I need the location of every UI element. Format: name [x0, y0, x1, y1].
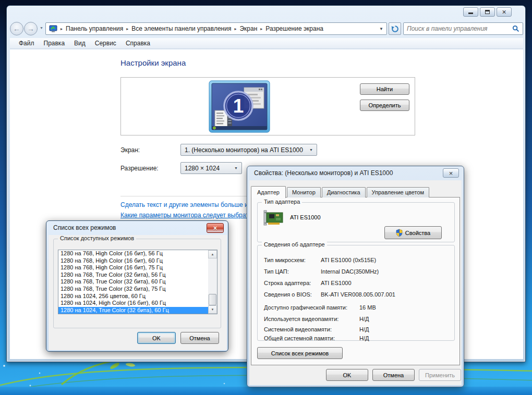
info-label: Общей системной памяти: — [264, 335, 335, 341]
info-row: Сведения о BIOS:BK-ATI VER008.005.007.00… — [264, 291, 451, 298]
list-item[interactable]: 1280 на 768, High Color (16 бит), 75 Гц — [58, 264, 208, 271]
scroll-down-button[interactable]: ▼ — [208, 305, 217, 314]
list-item[interactable]: 1280 на 768, High Color (16 бит), 56 Гц — [58, 250, 208, 257]
info-row: Тип ЦАП:Internal DAC(350MHz) — [264, 268, 451, 275]
nav-history-chevron-icon[interactable]: ▼ — [40, 26, 43, 30]
close-button[interactable]: × — [207, 223, 224, 233]
adapter-tab-page: Тип адаптера ATI ES1000 — [251, 197, 460, 365]
screen-label: Экран: — [120, 146, 140, 154]
identify-button[interactable]: Определить — [360, 100, 409, 111]
adapter-type-group: Тип адаптера ATI ES1000 — [257, 202, 455, 242]
refresh-button[interactable] — [389, 22, 401, 35]
list-item[interactable]: 1280 на 768, True Color (32 бита), 60 Гц — [58, 278, 208, 286]
list-item[interactable]: 1280 на 768, True Color (32 бита), 75 Гц — [58, 286, 208, 293]
monitor-number: 1 — [233, 95, 244, 117]
breadcrumb-screen-resolution[interactable]: Разрешение экрана — [265, 25, 323, 32]
menu-help[interactable]: Справка — [121, 40, 155, 47]
resolution-combobox-value: 1280 × 1024 — [185, 165, 220, 172]
info-value: Н/Д — [359, 316, 369, 322]
info-value: Н/Д — [359, 335, 369, 341]
close-icon: × — [449, 169, 453, 177]
find-button[interactable]: Найти — [360, 83, 409, 95]
minimize-button[interactable] — [463, 7, 478, 17]
screen-combobox[interactable]: 1. (Несколько мониторов) на ATI ES1000 ▼ — [180, 144, 317, 156]
tab-monitor[interactable]: Монитор — [287, 187, 321, 198]
info-row: Тип микросхем:ATI ES1000 (0x515E) — [264, 257, 451, 263]
close-button[interactable]: × — [497, 7, 512, 17]
minimize-icon — [468, 10, 473, 14]
monitor-preview[interactable]: 1 — [209, 80, 270, 133]
info-label: Доступно графической памяти: — [264, 304, 347, 311]
breadcrumb-separator-icon: ▸ — [257, 27, 265, 31]
graphics-card-icon — [263, 209, 286, 228]
dialog-title: Список всех режимов — [53, 224, 116, 231]
address-bar[interactable]: ▸ Панель управления ▸ Все элементы панел… — [45, 22, 387, 35]
close-button[interactable]: × — [443, 168, 459, 178]
scrollbar[interactable]: ▲ ▼ — [208, 250, 217, 314]
info-value: 16 MB — [359, 304, 376, 311]
search-input[interactable] — [407, 25, 512, 32]
all-modes-dialog: Список всех режимов × Список доступных р… — [46, 220, 228, 352]
info-value: ATI ES1000 (0x515E) — [321, 257, 376, 263]
ok-button[interactable]: OK — [326, 369, 368, 381]
group-label: Тип адаптера — [262, 199, 302, 205]
list-item[interactable]: 1280 на 1024, 256 цветов, 60 Гц — [58, 293, 208, 300]
info-row: Системной видеопамяти:Н/Д — [264, 326, 451, 332]
close-icon: × — [502, 8, 506, 16]
adapter-info-group: Сведения об адаптере Тип микросхем:ATI E… — [257, 245, 455, 341]
list-item[interactable]: 1280 на 768, True Color (32 бита), 56 Гц — [58, 271, 208, 279]
resolution-combobox[interactable]: 1280 × 1024 ▼ — [180, 162, 242, 174]
uac-shield-icon — [396, 229, 403, 237]
display-settings-icon — [49, 25, 57, 32]
arrow-up-icon: ▲ — [211, 253, 214, 256]
tab-color-management[interactable]: Управление цветом — [367, 187, 430, 198]
properties-button[interactable]: Свойства — [384, 226, 442, 239]
list-all-modes-button[interactable]: Список всех режимов — [257, 347, 343, 359]
monitor-preview-panel: 1 Найти Определить — [120, 77, 415, 135]
refresh-icon — [391, 25, 399, 33]
info-label: Сведения о BIOS: — [264, 291, 312, 298]
tab-diagnostics[interactable]: Диагностика — [322, 187, 366, 198]
info-label: Тип микросхем: — [264, 257, 306, 263]
adapter-name: ATI ES1000 — [290, 214, 321, 220]
list-item-selected[interactable]: 1280 на 1024, True Color (32 бита), 60 Г… — [58, 307, 208, 314]
close-icon: × — [213, 225, 217, 232]
page-title: Настройки экрана — [120, 58, 186, 67]
menu-file[interactable]: Файл — [14, 40, 39, 47]
link-monitor-settings-help[interactable]: Какие параметры монитора следует выбрать… — [120, 212, 256, 219]
scrollbar-thumb[interactable] — [209, 294, 216, 305]
breadcrumb-separator-icon: ▸ — [123, 27, 131, 31]
breadcrumb-separator-icon: ▸ — [231, 27, 239, 31]
info-value: Н/Д — [359, 326, 369, 332]
back-button[interactable]: ← — [10, 22, 23, 35]
menu-edit[interactable]: Правка — [39, 40, 70, 47]
screen-combobox-value: 1. (Несколько мониторов) на ATI ES1000 — [185, 146, 303, 154]
list-item[interactable]: 1280 на 768, High Color (16 бит), 60 Гц — [58, 257, 208, 265]
maximize-button[interactable] — [480, 7, 495, 17]
cancel-button[interactable]: Отмена — [180, 332, 219, 344]
menu-tools[interactable]: Сервис — [90, 40, 121, 47]
breadcrumb-all-items[interactable]: Все элементы панели управления — [131, 25, 231, 32]
info-label: Строка адаптера: — [264, 280, 311, 286]
breadcrumb-display[interactable]: Экран — [239, 25, 257, 32]
breadcrumb-separator-icon: ▸ — [57, 27, 66, 31]
breadcrumb-control-panel[interactable]: Панель управления — [66, 25, 123, 32]
menu-view[interactable]: Вид — [69, 40, 90, 47]
tab-adapter[interactable]: Адаптер — [251, 186, 286, 198]
info-row: Общей системной памяти:Н/Д — [264, 335, 451, 341]
adapter-properties-dialog: Свойства: (Несколько мониторов) и ATI ES… — [247, 166, 464, 387]
list-item[interactable]: 1280 на 1024, High Color (16 бит), 60 Гц — [58, 300, 208, 307]
info-label: Системной видеопамяти: — [264, 326, 332, 332]
dialog-body: Адаптер Монитор Диагностика Управление ц… — [249, 180, 462, 385]
forward-button[interactable]: → — [24, 22, 38, 35]
ok-button[interactable]: OK — [137, 332, 176, 344]
menu-bar: Файл Правка Вид Сервис Справка — [10, 38, 523, 49]
modes-listbox[interactable]: 1280 на 768, High Color (16 бит), 56 Гц … — [58, 250, 217, 314]
info-row: Строка адаптера:ATI ES1000 — [264, 280, 451, 286]
search-icon[interactable] — [512, 25, 519, 32]
scroll-up-button[interactable]: ▲ — [208, 250, 217, 258]
search-box[interactable] — [403, 22, 523, 35]
cancel-button[interactable]: Отмена — [372, 369, 415, 381]
info-label: Тип ЦАП: — [264, 268, 289, 275]
address-dropdown-icon[interactable]: ▼ — [379, 27, 383, 31]
